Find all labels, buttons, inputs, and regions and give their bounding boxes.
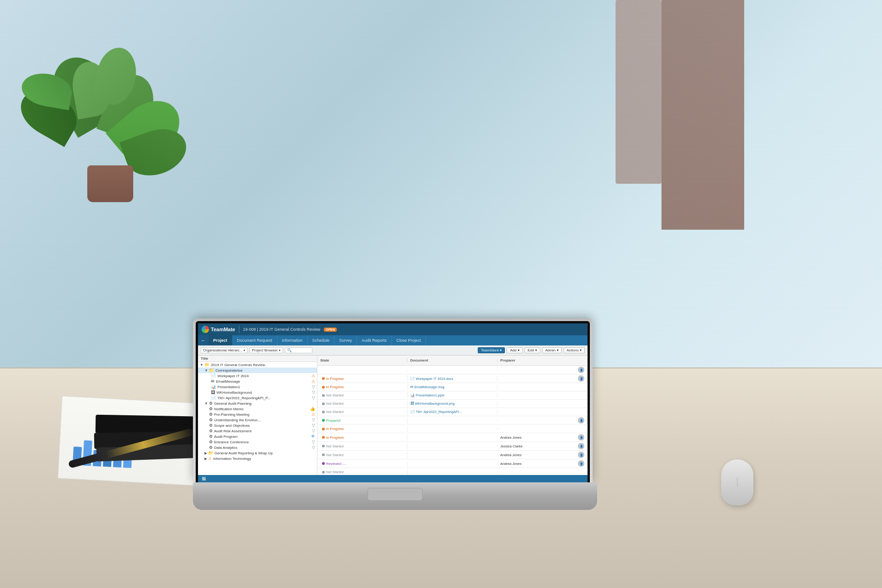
tree-item-data-analytics[interactable]: ⚙ Data Analytics ▽ [198, 445, 317, 450]
preparer-cell: 👤 [498, 374, 588, 383]
back-button[interactable]: ← [198, 335, 209, 345]
tree-label: WKHomeBackground [216, 390, 312, 395]
search-box[interactable]: 🔍 [285, 347, 312, 353]
status-badge: Not Started [320, 444, 345, 449]
preparer-cell [498, 428, 588, 430]
status-badge: Not Started [320, 469, 345, 475]
preparer-cell: 👤 [498, 416, 588, 424]
tree-label: 2019 IT General Controls Review [211, 363, 315, 367]
tab-information[interactable]: Information [277, 335, 308, 345]
breadcrumb: 19-008 | 2019 IT General Controls Review [243, 327, 320, 332]
more-icon[interactable]: ⋯ [303, 401, 309, 406]
preparer-cell: 👤 [498, 366, 588, 374]
tree-item-audit-program[interactable]: ⚙ Audit Program 👁 [198, 434, 317, 439]
eye-icon: 👁 [311, 434, 315, 439]
navbar: ← Project Document Request Information S… [198, 335, 588, 345]
tab-project[interactable]: Project [209, 335, 232, 345]
tab-close-project[interactable]: Close Project [392, 335, 426, 345]
tab-survey[interactable]: Survey [334, 335, 357, 345]
tree-item-tm[interactable]: 📄 TM+ Apr2022_ReportingAPI_P... ▽ [198, 395, 317, 401]
dots-icon[interactable]: ⋮ [310, 368, 315, 373]
tree-item-email[interactable]: ✉ EmailMessage ⚠ [198, 379, 317, 384]
warning-icon: ⚠ [311, 373, 315, 378]
table-row: Not Started 📄 TM+ Apr2022_ReportingAPI..… [317, 408, 588, 416]
document-link[interactable]: ✉ EmailMessage.msg [410, 385, 494, 389]
spacer [209, 385, 210, 389]
document-cell [407, 445, 498, 447]
table-row: In Progress 📄 Workpaper IT 2024.docx [317, 374, 588, 383]
org-hierarchy-select[interactable]: Organizational Hierarc... ▾ [201, 347, 248, 353]
preparer-cell: Andrea Jones 👤 [498, 451, 588, 459]
arrow-down-icon: ▽ [312, 440, 315, 444]
tree-item-it[interactable]: ▶ ⚠ Information Technology [198, 456, 317, 461]
preparer-column-header: Preparer [498, 358, 588, 362]
logo-icon [202, 326, 209, 333]
arrow-down-icon: ▽ [312, 390, 315, 395]
dots-icon[interactable]: ⋮ [310, 401, 315, 406]
status-dot [322, 402, 325, 405]
tree-item-correspondence[interactable]: ▼ 📁 Correspondence ⋯ ⋮ [198, 368, 317, 373]
tab-document-request[interactable]: Document Request [232, 335, 277, 345]
document-link[interactable]: 📄 TM+ Apr2022_ReportingAPI... [410, 410, 494, 414]
tab-audit-reports[interactable]: Audit Reports [357, 335, 392, 345]
preparer-cell [498, 395, 588, 396]
document-cell: ✉ EmailMessage.msg [407, 384, 498, 390]
tree-item-general-audit[interactable]: ▼ ⚙ General Audit Planning ⋯ ⋮ [198, 401, 317, 406]
preparer-cell [498, 411, 588, 413]
trackpad[interactable] [368, 488, 423, 501]
app-logo: TeamMate [202, 326, 235, 333]
teamstore-label: TeamStore ▾ [481, 348, 502, 352]
admin-button[interactable]: Admin ▾ [542, 347, 562, 353]
state-cell: In Progress [317, 434, 407, 441]
tree-item-root[interactable]: ▼ 📁 2019 IT General Controls Review [198, 362, 317, 368]
table-row: In Progress Andrea Jones 👤 [317, 433, 588, 442]
actions-button[interactable]: Actions ▾ [564, 347, 585, 353]
tree-item-wkhome[interactable]: 🖼 WKHomeBackground ▽ [198, 390, 317, 395]
folder-icon: 📁 [204, 362, 209, 367]
edit-label: Edit ▾ [528, 348, 537, 352]
tree-item-preplanning[interactable]: ⚙ Pre-Planning Meeting ⚠ [198, 412, 317, 417]
toggle-icon: ▶ [204, 451, 207, 455]
main-content: Title ▼ 📁 2019 IT General Controls Revie… [198, 356, 588, 475]
more-icon[interactable]: ⋯ [303, 368, 309, 373]
tree-item-understanding[interactable]: ⚙ Understanding the Environ... ▽ [198, 417, 317, 423]
edit-button[interactable]: Edit ▾ [525, 347, 540, 353]
table-row: Not Started 📊 Presentation1.pptx [317, 391, 588, 400]
document-link[interactable]: 🖼 WKHomeBackground.png [410, 401, 494, 406]
add-button[interactable]: Add ▾ [507, 347, 522, 353]
status-dot [322, 377, 325, 380]
settings-icon: ⚙ [209, 445, 213, 450]
table-row: Not Started Andrea Jones 👤 [317, 451, 588, 459]
state-cell: Prepared [317, 417, 407, 424]
tree-item-notification[interactable]: ⚙ Notification Memo 👍 [198, 406, 317, 412]
tree-label: Presentation1 [217, 385, 312, 389]
doc-file-icon: 📄 [410, 410, 415, 414]
document-cell [407, 471, 498, 473]
tree-item-scope[interactable]: ⚙ Scope and Objectives ▽ [198, 423, 317, 428]
state-cell: Not Started [317, 443, 407, 450]
tab-schedule[interactable]: Schedule [308, 335, 335, 345]
tree-item-presentation[interactable]: 📊 Presentation1 ▽ [198, 384, 317, 390]
avatar: 👤 [578, 434, 584, 441]
document-link[interactable]: 📊 Presentation1.pptx [410, 393, 494, 397]
tree-item-entrance[interactable]: ⚙ Entrance Conference ▽ [198, 439, 317, 445]
project-browser-select[interactable]: Project Browser ▾ [249, 347, 283, 353]
preparer-name: Andrea Jones [500, 435, 521, 440]
tree-label: General Audit Planning [214, 401, 303, 406]
tree-item-reporting[interactable]: ▶ 📁 General Audit Reporting & Wrap Up [198, 450, 317, 456]
screen-content[interactable]: TeamMate 19-008 | 2019 IT General Contro… [198, 323, 588, 482]
tree-item-audit-risk[interactable]: ⚙ Audit Risk Assessment ▽ [198, 428, 317, 434]
plant-decoration [37, 28, 184, 202]
app-name: TeamMate [211, 327, 235, 332]
document-link[interactable]: 📄 Workpaper IT 2024.docx [410, 377, 494, 381]
avatar: 👤 [578, 367, 584, 373]
document-cell [407, 419, 498, 421]
avatar: 👤 [578, 452, 584, 458]
table-row: Prepared 👤 [317, 416, 588, 425]
preparer-cell: Andrea Jones 👤 [498, 433, 588, 441]
tree-item-workpaper[interactable]: 📄 Workpaper IT 2024 ⚠ [198, 373, 317, 379]
status-dot [322, 471, 325, 474]
tree-label: TM+ Apr2022_ReportingAPI_P... [217, 396, 312, 400]
teamstore-button[interactable]: TeamStore ▾ [478, 347, 505, 353]
search-input[interactable] [292, 348, 310, 352]
